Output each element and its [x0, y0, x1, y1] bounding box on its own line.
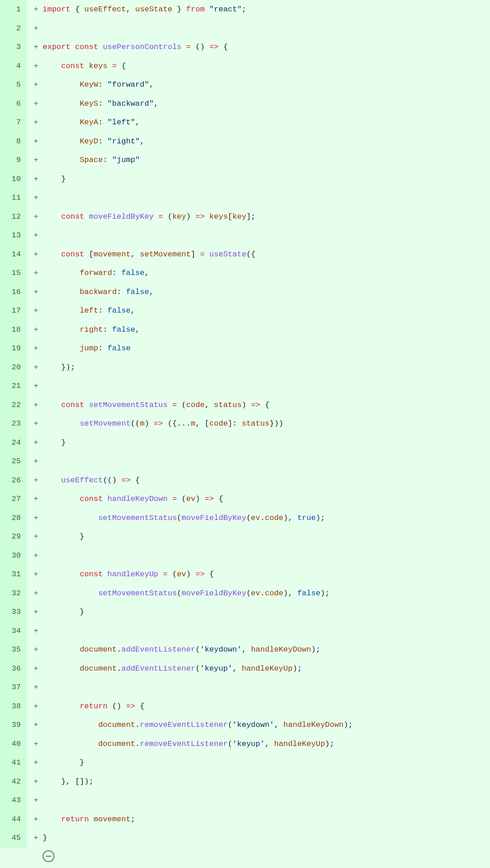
code-content[interactable]: }	[41, 433, 490, 452]
diff-line[interactable]: 32+ setMovementStatus(moveFieldByKey(ev.…	[0, 584, 490, 603]
code-content[interactable]: forward: false,	[41, 264, 490, 283]
code-content[interactable]: }	[41, 603, 490, 622]
line-number[interactable]: 1	[0, 0, 27, 19]
diff-line[interactable]: 29+ }	[0, 527, 490, 546]
line-number[interactable]: 17	[0, 301, 27, 320]
line-number[interactable]: 14	[0, 245, 27, 264]
diff-line[interactable]: 38+ return () => {	[0, 697, 490, 716]
line-number[interactable]: 43	[0, 791, 27, 810]
code-content[interactable]: }	[41, 527, 490, 546]
code-content[interactable]	[41, 226, 490, 245]
line-number[interactable]: 36	[0, 659, 27, 678]
code-content[interactable]: document.removeEventListener('keydown', …	[41, 716, 490, 735]
line-number[interactable]: 7	[0, 113, 27, 132]
code-content[interactable]: Space: "jump"	[41, 151, 490, 170]
code-content[interactable]: left: false,	[41, 301, 490, 320]
diff-line[interactable]: 24+ }	[0, 433, 490, 452]
code-content[interactable]	[41, 188, 490, 207]
diff-line[interactable]: 22+ const setMovementStatus = (code, sta…	[0, 396, 490, 415]
diff-line[interactable]: 10+ }	[0, 170, 490, 189]
diff-line[interactable]: 26+ useEffect(() => {	[0, 471, 490, 490]
expand-diff-row[interactable]	[0, 848, 490, 867]
line-number[interactable]: 27	[0, 490, 27, 509]
line-number[interactable]: 38	[0, 697, 27, 716]
diff-line[interactable]: 7+ KeyA: "left",	[0, 113, 490, 132]
diff-line[interactable]: 37+	[0, 678, 490, 697]
code-content[interactable]: const [movement, setMovement] = useState…	[41, 245, 490, 264]
code-content[interactable]: const handleKeyUp = (ev) => {	[41, 565, 490, 584]
code-content[interactable]	[41, 791, 490, 810]
code-content[interactable]	[41, 452, 490, 471]
diff-line[interactable]: 45+}	[0, 829, 490, 848]
line-number[interactable]: 2	[0, 19, 27, 38]
diff-line[interactable]: 18+ right: false,	[0, 320, 490, 339]
line-number[interactable]: 20	[0, 358, 27, 377]
diff-line[interactable]: 2+	[0, 19, 490, 38]
diff-line[interactable]: 21+	[0, 377, 490, 396]
diff-line[interactable]: 13+	[0, 226, 490, 245]
code-content[interactable]: import { useEffect, useState } from "rea…	[41, 0, 490, 19]
code-content[interactable]: KeyA: "left",	[41, 113, 490, 132]
code-content[interactable]: jump: false	[41, 339, 490, 358]
line-number[interactable]: 39	[0, 716, 27, 735]
line-number[interactable]: 5	[0, 75, 27, 94]
diff-line[interactable]: 14+ const [movement, setMovement] = useS…	[0, 245, 490, 264]
code-content[interactable]: export const usePersonControls = () => {	[41, 38, 490, 57]
diff-line[interactable]: 15+ forward: false,	[0, 264, 490, 283]
diff-line[interactable]: 16+ backward: false,	[0, 283, 490, 302]
diff-line[interactable]: 41+ }	[0, 753, 490, 772]
diff-line[interactable]: 11+	[0, 188, 490, 207]
diff-line[interactable]: 17+ left: false,	[0, 301, 490, 320]
line-number[interactable]: 45	[0, 829, 27, 848]
line-number[interactable]: 16	[0, 283, 27, 302]
code-content[interactable]: return movement;	[41, 810, 490, 829]
line-number[interactable]: 30	[0, 546, 27, 565]
diff-line[interactable]: 23+ setMovement((m) => ({...m, [code]: s…	[0, 414, 490, 433]
code-content[interactable]: right: false,	[41, 320, 490, 339]
diff-line[interactable]: 36+ document.addEventListener('keyup', h…	[0, 659, 490, 678]
code-content[interactable]: document.addEventListener('keyup', handl…	[41, 659, 490, 678]
diff-line[interactable]: 30+	[0, 546, 490, 565]
line-number[interactable]: 10	[0, 170, 27, 189]
line-number[interactable]: 15	[0, 264, 27, 283]
line-number[interactable]: 37	[0, 678, 27, 697]
diff-line[interactable]: 33+ }	[0, 603, 490, 622]
diff-line[interactable]: 27+ const handleKeyDown = (ev) => {	[0, 490, 490, 509]
diff-line[interactable]: 39+ document.removeEventListener('keydow…	[0, 716, 490, 735]
code-content[interactable]: });	[41, 358, 490, 377]
code-content[interactable]: }, []);	[41, 772, 490, 791]
code-content[interactable]: setMovement((m) => ({...m, [code]: statu…	[41, 414, 490, 433]
diff-line[interactable]: 42+ }, []);	[0, 772, 490, 791]
diff-line[interactable]: 12+ const moveFieldByKey = (key) => keys…	[0, 207, 490, 226]
diff-line[interactable]: 19+ jump: false	[0, 339, 490, 358]
code-content[interactable]: const setMovementStatus = (code, status)…	[41, 396, 490, 415]
diff-line[interactable]: 43+	[0, 791, 490, 810]
line-number[interactable]: 22	[0, 396, 27, 415]
line-number[interactable]: 31	[0, 565, 27, 584]
code-content[interactable]: setMovementStatus(moveFieldByKey(ev.code…	[41, 584, 490, 603]
line-number[interactable]: 8	[0, 132, 27, 151]
line-number[interactable]: 42	[0, 772, 27, 791]
code-content[interactable]: const handleKeyDown = (ev) => {	[41, 490, 490, 509]
line-number[interactable]: 40	[0, 735, 27, 754]
code-content[interactable]: backward: false,	[41, 283, 490, 302]
line-number[interactable]: 9	[0, 151, 27, 170]
line-number[interactable]: 24	[0, 433, 27, 452]
line-number[interactable]: 13	[0, 226, 27, 245]
code-content[interactable]: setMovementStatus(moveFieldByKey(ev.code…	[41, 509, 490, 528]
diff-line[interactable]: 6+ KeyS: "backward",	[0, 94, 490, 113]
diff-line[interactable]: 40+ document.removeEventListener('keyup'…	[0, 735, 490, 754]
diff-line[interactable]: 28+ setMovementStatus(moveFieldByKey(ev.…	[0, 509, 490, 528]
code-content[interactable]: const moveFieldByKey = (key) => keys[key…	[41, 207, 490, 226]
diff-line[interactable]: 20+ });	[0, 358, 490, 377]
line-number[interactable]: 29	[0, 527, 27, 546]
diff-line[interactable]: 34+	[0, 622, 490, 641]
line-number[interactable]: 6	[0, 94, 27, 113]
line-number[interactable]: 32	[0, 584, 27, 603]
diff-line[interactable]: 25+	[0, 452, 490, 471]
line-number[interactable]: 19	[0, 339, 27, 358]
line-number[interactable]: 41	[0, 753, 27, 772]
diff-line[interactable]: 9+ Space: "jump"	[0, 151, 490, 170]
code-content[interactable]	[41, 377, 490, 396]
code-content[interactable]: }	[41, 829, 490, 848]
